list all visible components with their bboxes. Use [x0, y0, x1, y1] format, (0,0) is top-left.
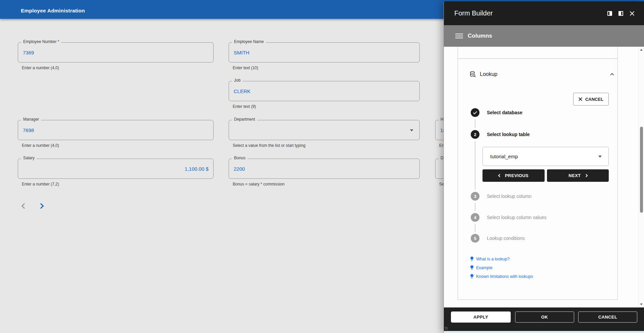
lightbulb-icon	[470, 274, 474, 279]
field-salary: Salary 1,100.00 $ Enter a number (7,2)	[18, 159, 214, 186]
step-select-lookup-table: 2 Select lookup table	[471, 130, 530, 139]
lightbulb-icon	[470, 256, 474, 261]
salary-input[interactable]: 1,100.00 $	[18, 159, 214, 179]
field-helper: Enter a number (4,0)	[18, 66, 214, 70]
menu-icon[interactable]	[455, 34, 463, 39]
step-number: 3	[471, 192, 479, 201]
lookup-database-icon	[469, 71, 476, 78]
chevron-left-icon	[21, 203, 27, 209]
scroll-up-icon[interactable]	[640, 49, 643, 51]
lookup-cancel-button[interactable]: CANCEL	[573, 93, 609, 106]
columns-section-title: Columns	[468, 33, 492, 39]
link-what-is-a-lookup[interactable]: What is a lookup?	[470, 256, 509, 261]
field-helper: Select a value from the list or start ty…	[229, 143, 420, 148]
field-bonus: Bonus 2200 Bonus = salary * commission	[229, 159, 420, 186]
employee-name-input[interactable]: SMITH	[229, 42, 420, 63]
field-job: Job CLERK Enter text (9)	[229, 81, 420, 109]
section-divider	[458, 58, 617, 59]
scroll-down-icon[interactable]	[640, 303, 643, 305]
columns-section-header: Columns	[444, 25, 644, 47]
field-label: Bonus	[232, 156, 247, 160]
panel-footer: APPLY OK CANCEL	[444, 307, 644, 331]
link-known-limitations[interactable]: Known limitations with lookups	[470, 274, 533, 279]
field-helper: Enter a number (7,2)	[18, 182, 214, 186]
field-employee-number: Employee Number * 7369 Enter a number (4…	[18, 42, 214, 70]
close-icon[interactable]	[630, 11, 635, 16]
field-helper: Enter text (10)	[229, 66, 420, 70]
collapse-icon[interactable]	[610, 73, 614, 77]
chevron-right-icon	[38, 203, 44, 209]
lookup-table-select[interactable]: tutorial_emp	[482, 147, 609, 166]
step-connector	[475, 119, 475, 128]
step-select-lookup-column: 3 Select lookup column	[471, 192, 532, 201]
field-manager: Manager 7698 Enter a number (4,0)	[18, 120, 214, 148]
field-label: Job	[232, 78, 242, 83]
step-connector	[475, 224, 475, 232]
ok-button[interactable]: OK	[515, 311, 574, 323]
chevron-down-icon	[598, 156, 602, 158]
field-employee-name: Employee Name SMITH Enter text (10)	[229, 42, 420, 70]
panel-bottom-edge	[444, 331, 644, 333]
step-select-lookup-column-values: 4 Select lookup column values	[471, 213, 546, 222]
chevron-right-icon	[584, 174, 588, 177]
chevron-left-icon	[498, 174, 501, 177]
panel-header: Form Builder	[444, 1, 644, 25]
previous-record-button[interactable]	[19, 202, 29, 211]
next-step-button[interactable]: NEXT	[547, 169, 609, 182]
field-department: Department Select a value from the list …	[229, 120, 420, 148]
step-check-circle	[471, 108, 479, 117]
step-number: 5	[471, 234, 479, 243]
step-number: 4	[471, 213, 479, 222]
field-label: Department	[232, 117, 257, 122]
lookup-title: Lookup	[480, 71, 607, 77]
resize-handle[interactable]	[445, 327, 448, 330]
step-connector	[475, 141, 475, 190]
panel-scrollbar[interactable]	[638, 47, 644, 307]
dock-right-icon[interactable]	[618, 11, 623, 16]
record-pagination	[19, 202, 46, 211]
lookup-section-header: Lookup	[469, 68, 613, 80]
scrollbar-thumb[interactable]	[640, 127, 643, 213]
dock-left-icon[interactable]	[607, 11, 612, 16]
field-label: Employee Number *	[21, 39, 61, 44]
department-select[interactable]	[229, 120, 420, 140]
next-record-button[interactable]	[36, 202, 46, 211]
field-label: Salary	[21, 156, 37, 160]
cancel-button[interactable]: CANCEL	[578, 311, 637, 323]
lightbulb-icon	[470, 265, 474, 270]
previous-step-button[interactable]: PREVIOUS	[482, 169, 545, 182]
form-builder-panel: Form Builder Columns Lookup	[444, 1, 644, 333]
cancel-x-icon	[579, 97, 582, 101]
check-icon	[473, 110, 477, 114]
field-label: Employee Name	[232, 39, 266, 44]
job-input[interactable]: CLERK	[229, 81, 420, 101]
step-connector	[475, 203, 475, 211]
employee-number-input[interactable]: 7369	[18, 42, 214, 63]
step-number: 2	[471, 130, 479, 139]
manager-input[interactable]: 7698	[18, 120, 214, 140]
panel-title: Form Builder	[454, 9, 607, 17]
field-helper: Enter a number (4,0)	[18, 143, 214, 148]
lookup-card: Lookup CANCEL Select database 2 Select l…	[458, 47, 618, 300]
bonus-input[interactable]: 2200	[229, 159, 420, 179]
field-helper: Enter text (9)	[229, 104, 420, 109]
chevron-down-icon[interactable]	[410, 129, 413, 131]
field-label: Manager	[21, 117, 41, 122]
panel-window-controls	[607, 11, 635, 16]
step-select-database: Select database	[471, 108, 522, 117]
field-helper: Bonus = salary * commission	[229, 182, 420, 186]
apply-button[interactable]: APPLY	[451, 311, 511, 323]
step-lookup-conditions: 5 Lookup conditions	[471, 234, 525, 243]
panel-body: Lookup CANCEL Select database 2 Select l…	[444, 47, 644, 307]
link-example[interactable]: Example	[470, 265, 493, 270]
